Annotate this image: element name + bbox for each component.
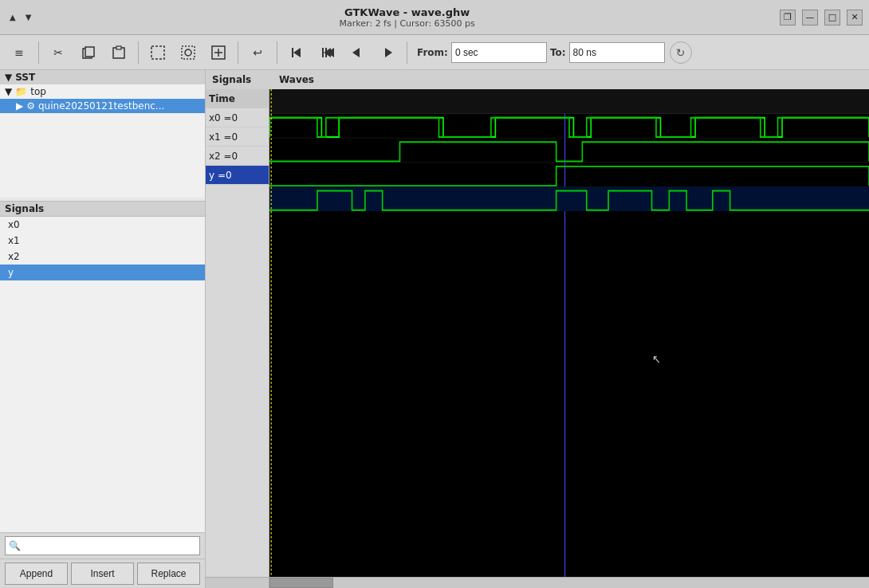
- button-row: Append Insert Replace: [0, 559, 205, 588]
- svg-text:↖: ↖: [652, 352, 661, 366]
- title-down-arrow[interactable]: ▼: [22, 11, 35, 23]
- svg-rect-5: [182, 46, 195, 59]
- restore-button[interactable]: ❐: [780, 10, 796, 25]
- tree-component-icon: ⚙: [26, 100, 35, 112]
- search-wrap[interactable]: 🔍: [5, 536, 200, 555]
- nav-right-icon: [380, 45, 395, 60]
- search-icon: 🔍: [9, 540, 21, 551]
- horizontal-scrollbar[interactable]: [269, 578, 869, 588]
- sst-header: ▼ SST: [0, 70, 205, 84]
- wave-canvas-area[interactable]: ↖: [269, 89, 869, 577]
- signal-item-x2[interactable]: x2: [0, 249, 205, 265]
- toolbar-sep-2: [138, 41, 139, 64]
- wave-signals-col: Time x0 =0 x1 =0 x2 =0 y =0: [206, 89, 269, 577]
- tree-item-top[interactable]: ▼ 📁 top: [0, 84, 205, 99]
- sst-tree[interactable]: ▼ 📁 top ▶ ⚙ quine20250121testbenc...: [0, 84, 205, 198]
- prev-icon: [320, 45, 334, 60]
- app-subtitle: Marker: 2 fs | Cursor: 63500 ps: [34, 18, 780, 29]
- toolbar: ≡ ✂ ↩: [0, 35, 869, 70]
- paste-button[interactable]: [106, 40, 132, 65]
- tree-component-label: quine20250121testbenc...: [38, 100, 164, 112]
- signals-header: Signals: [0, 202, 205, 217]
- sst-area: ▼ SST ▼ 📁 top ▶ ⚙ quine20250121testbenc.…: [0, 70, 205, 202]
- wave-x1-label: x1 =0: [206, 127, 269, 147]
- copy-icon: [81, 45, 96, 60]
- title-bar-right: ❐ — □ ✕: [780, 10, 863, 25]
- append-button[interactable]: Append: [5, 563, 68, 585]
- zoom-button[interactable]: [206, 40, 231, 65]
- title-bar-left: ▲ ▼: [6, 11, 34, 23]
- insert-button[interactable]: Insert: [71, 563, 134, 585]
- toolbar-sep-4: [277, 41, 277, 64]
- signals-list-area: Signals x0 x1 x2 y 🔍 Append Insert Repla…: [0, 202, 205, 588]
- svg-rect-4: [151, 46, 164, 59]
- scroll-left-spacer: [206, 578, 269, 588]
- nav-left-button[interactable]: [344, 40, 370, 65]
- zoom-fit-icon: [181, 45, 195, 60]
- minimize-button[interactable]: —: [802, 10, 818, 25]
- from-to-group: From: To:: [417, 42, 665, 63]
- svg-marker-11: [293, 48, 301, 57]
- waves-col-header: Waves: [273, 74, 866, 85]
- toolbar-sep-3: [238, 41, 238, 64]
- close-button[interactable]: ✕: [847, 10, 863, 25]
- from-input[interactable]: [451, 42, 547, 63]
- svg-marker-17: [385, 48, 392, 57]
- menu-button[interactable]: ≡: [6, 40, 32, 65]
- sst-title: SST: [15, 72, 35, 83]
- signals-list[interactable]: x0 x1 x2 y: [0, 217, 205, 532]
- left-panel: ▼ SST ▼ 📁 top ▶ ⚙ quine20250121testbenc.…: [0, 70, 206, 588]
- first-icon: [289, 45, 304, 60]
- scroll-thumb[interactable]: [269, 578, 333, 588]
- zoom-icon: [211, 45, 226, 60]
- paste-icon: [112, 45, 126, 60]
- svg-rect-1: [85, 47, 94, 57]
- undo-button[interactable]: ↩: [245, 40, 270, 65]
- wave-x2-label: x2 =0: [206, 147, 269, 166]
- main-area: ▼ SST ▼ 📁 top ▶ ⚙ quine20250121testbenc.…: [0, 70, 869, 588]
- from-label: From:: [417, 47, 448, 58]
- select-all-icon: [151, 45, 165, 60]
- sst-collapse-icon[interactable]: ▼: [5, 72, 12, 83]
- signal-item-x0[interactable]: x0: [0, 217, 205, 233]
- signal-item-x1[interactable]: x1: [0, 233, 205, 249]
- copy-button[interactable]: [76, 40, 101, 65]
- replace-button[interactable]: Replace: [137, 563, 200, 585]
- maximize-button[interactable]: □: [824, 10, 840, 25]
- toolbar-sep-1: [38, 41, 39, 64]
- nav-left-icon: [350, 45, 364, 60]
- to-input[interactable]: [569, 42, 665, 63]
- app-title: GTKWave - wave.ghw: [34, 6, 780, 18]
- svg-point-6: [185, 49, 191, 56]
- search-area: 🔍: [0, 532, 205, 559]
- signal-item-y[interactable]: y: [0, 265, 205, 280]
- tree-folder-icon: 📁: [15, 86, 27, 97]
- prev-button[interactable]: [314, 40, 340, 65]
- title-bar: ▲ ▼ GTKWave - wave.ghw Marker: 2 fs | Cu…: [0, 0, 869, 35]
- wave-svg: ↖: [269, 89, 869, 577]
- bottom-scrollbar-row[interactable]: [206, 577, 869, 588]
- svg-rect-20: [269, 89, 869, 114]
- cut-button[interactable]: ✂: [45, 40, 71, 65]
- nav-right-button[interactable]: [375, 40, 400, 65]
- tree-item-label: top: [30, 86, 46, 97]
- wave-y-label: y =0: [206, 166, 269, 185]
- refresh-button[interactable]: ↻: [670, 41, 692, 64]
- wave-panel: Signals Waves Time x0 =0 x1 =0 x2 =0 y =…: [206, 70, 869, 588]
- tree-expand-icon: ▼: [5, 86, 12, 97]
- tree-item-component[interactable]: ▶ ⚙ quine20250121testbenc...: [0, 99, 205, 113]
- wave-x0-label: x0 =0: [206, 108, 269, 127]
- toolbar-sep-5: [407, 41, 407, 64]
- wave-display: Time x0 =0 x1 =0 x2 =0 y =0: [206, 89, 869, 577]
- zoom-fit-button[interactable]: [175, 40, 201, 65]
- svg-marker-16: [352, 48, 360, 57]
- wave-time-label: Time: [206, 89, 269, 108]
- signals-col-header: Signals: [209, 74, 273, 85]
- first-button[interactable]: [284, 40, 309, 65]
- title-up-arrow[interactable]: ▲: [6, 11, 19, 23]
- title-center: GTKWave - wave.ghw Marker: 2 fs | Cursor…: [34, 6, 780, 29]
- tree-arrow-icon: ▶: [16, 100, 23, 112]
- select-all-button[interactable]: [145, 40, 171, 65]
- svg-rect-3: [116, 46, 121, 49]
- search-input[interactable]: [21, 540, 196, 551]
